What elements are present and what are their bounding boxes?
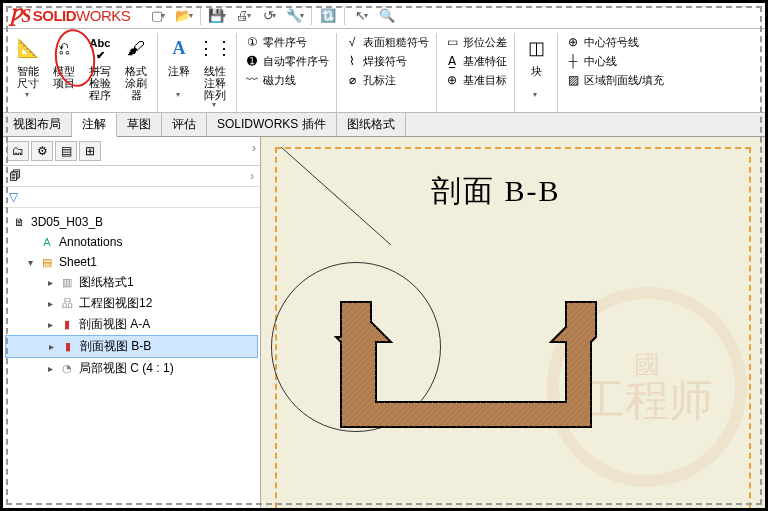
leader-line — [281, 147, 401, 247]
balloon-icon: ① — [244, 34, 260, 50]
sheet-format1-icon: ▥ — [59, 275, 75, 291]
new-icon[interactable]: ▢▾ — [148, 6, 168, 26]
config-tab[interactable]: ▤ — [55, 141, 77, 161]
section-title: 剖面 B-B — [431, 171, 561, 212]
centerline-button[interactable]: ┼中心线 — [562, 52, 667, 70]
weld-icon: ⌇ — [344, 53, 360, 69]
drawing-canvas[interactable]: 剖面 B-B 國工程师 — [261, 137, 765, 511]
section-view-b-b-icon: ▮ — [60, 339, 76, 355]
tree-item-sheet1[interactable]: ▾▤Sheet1 — [5, 252, 258, 272]
model-items-button[interactable]: ⎌ 模型项目 — [47, 33, 81, 93]
pattern-icon: ⋮⋮ — [201, 35, 229, 63]
expand-icon[interactable]: ▸ — [45, 363, 55, 374]
hole-callout-button[interactable]: ⌀孔标注 — [341, 71, 432, 89]
dim-tab[interactable]: ⊞ — [79, 141, 101, 161]
auto-balloon-icon: ➊ — [244, 53, 260, 69]
tree-item-section-view-a-a[interactable]: ▸▮剖面视图 A-A — [5, 314, 258, 335]
hatch-icon: ▨ — [565, 72, 581, 88]
balloon-button[interactable]: ①零件序号 — [241, 33, 332, 51]
geometric-tolerance-button[interactable]: ▭形位公差 — [441, 33, 510, 51]
expand-icon[interactable]: ▾ — [25, 257, 35, 268]
app-logo: ǷS SOLIDWORKS — [9, 5, 130, 27]
tree-item-label: 剖面视图 B-B — [80, 338, 151, 355]
tab-view-layout[interactable]: 视图布局 — [3, 113, 72, 136]
doc-icon: 🗐 — [9, 169, 21, 183]
save-icon[interactable]: 💾▾ — [207, 6, 227, 26]
options-icon[interactable]: 🔧▾ — [285, 6, 305, 26]
note-icon: A — [165, 35, 193, 63]
smart-dimension-button[interactable]: 📐 智能尺寸▾ — [11, 33, 45, 102]
dimension-icon: 📐 — [14, 35, 42, 63]
chevron-right-icon[interactable]: › — [250, 169, 254, 183]
expand-icon[interactable]: ▸ — [45, 298, 55, 309]
select-icon[interactable]: ↖▾ — [351, 6, 371, 26]
weld-symbol-button[interactable]: ⌇焊接符号 — [341, 52, 432, 70]
note-button[interactable]: A 注释▾ — [162, 33, 196, 102]
panel-chevron-icon[interactable]: › — [252, 141, 256, 161]
quick-access-toolbar: ▢▾ 📂▾ 💾▾ 🖨▾ ↺▾ 🔧▾ 🔃 ↖▾ 🔍 — [148, 6, 397, 26]
tree-item-label: 局部视图 C (4 : 1) — [79, 360, 174, 377]
feature-tree-tab[interactable]: 🗂 — [7, 141, 29, 161]
annotations-icon: A — [39, 234, 55, 250]
model-items-icon: ⎌ — [50, 35, 78, 63]
hole-icon: ⌀ — [344, 72, 360, 88]
open-icon[interactable]: 📂▾ — [174, 6, 194, 26]
blocks-button[interactable]: ◫ 块▾ — [519, 33, 553, 102]
center-mark-button[interactable]: ⊕中心符号线 — [562, 33, 667, 51]
gtol-icon: ▭ — [444, 34, 460, 50]
center-mark-icon: ⊕ — [565, 34, 581, 50]
filter-row[interactable]: ▽ — [3, 187, 260, 208]
tree-item-label: 剖面视图 A-A — [79, 316, 150, 333]
datum-feature-button[interactable]: A̲基准特征 — [441, 52, 510, 70]
detail-view-c-icon: ◔ — [59, 361, 75, 377]
tab-sketch[interactable]: 草图 — [117, 113, 162, 136]
brush-icon: 🖌 — [122, 35, 150, 63]
auto-balloon-button[interactable]: ➊自动零件序号 — [241, 52, 332, 70]
tree-item-label: 工程图视图12 — [79, 295, 152, 312]
expand-icon[interactable]: ▸ — [45, 319, 55, 330]
panel-search-row: 🗐 › — [3, 166, 260, 187]
title-bar: ǷS SOLIDWORKS ▢▾ 📂▾ 💾▾ 🖨▾ ↺▾ 🔧▾ 🔃 ↖▾ 🔍 — [3, 3, 765, 29]
surface-finish-button[interactable]: √表面粗糙符号 — [341, 33, 432, 51]
funnel-icon: ▽ — [9, 190, 18, 204]
linear-note-pattern-button[interactable]: ⋮⋮ 线性注释阵列▾ — [198, 33, 232, 112]
tab-sheet-format[interactable]: 图纸格式 — [337, 113, 406, 136]
format-painter-button[interactable]: 🖌 格式涂刷器 — [119, 33, 153, 103]
property-tab[interactable]: ⚙ — [31, 141, 53, 161]
tree-item-section-view-b-b[interactable]: ▸▮剖面视图 B-B — [5, 335, 258, 358]
datum-icon: A̲ — [444, 53, 460, 69]
feature-manager-panel: 🗂 ⚙ ▤ ⊞ › 🗐 › ▽ 🗎 3D05_H03_B AAnnotation… — [3, 137, 261, 511]
pan-icon[interactable]: 🔍 — [377, 6, 397, 26]
drawing-icon: 🗎 — [11, 214, 27, 230]
tree-item-drawing-view12[interactable]: ▸品工程图视图12 — [5, 293, 258, 314]
magnetic-line-button[interactable]: 〰磁力线 — [241, 71, 332, 89]
ribbon: 📐 智能尺寸▾ ⎌ 模型项目 Abc✔ 拼写检验程序 🖌 格式涂刷器 A 注释▾… — [3, 29, 765, 113]
centerline-icon: ┼ — [565, 53, 581, 69]
undo-icon[interactable]: ↺▾ — [259, 6, 279, 26]
panel-tab-strip: 🗂 ⚙ ▤ ⊞ › — [3, 137, 260, 166]
print-icon[interactable]: 🖨▾ — [233, 6, 253, 26]
expand-icon[interactable]: ▸ — [46, 341, 56, 352]
command-tabs: 视图布局注解草图评估SOLIDWORKS 插件图纸格式 — [3, 113, 765, 137]
tab-annotate[interactable]: 注解 — [72, 113, 117, 137]
datum-target-button[interactable]: ⊕基准目标 — [441, 71, 510, 89]
tree-item-annotations[interactable]: AAnnotations — [5, 232, 258, 252]
section-view-shape — [321, 292, 661, 492]
expand-icon[interactable]: ▸ — [45, 277, 55, 288]
rebuild-icon[interactable]: 🔃 — [318, 6, 338, 26]
tree-item-sheet-format1[interactable]: ▸▥图纸格式1 — [5, 272, 258, 293]
surface-icon: √ — [344, 34, 360, 50]
tab-evaluate[interactable]: 评估 — [162, 113, 207, 136]
feature-tree: 🗎 3D05_H03_B AAnnotations▾▤Sheet1▸▥图纸格式1… — [3, 208, 260, 383]
block-icon: ◫ — [522, 35, 550, 63]
magnet-icon: 〰 — [244, 72, 260, 88]
area-hatch-button[interactable]: ▨区域剖面线/填充 — [562, 71, 667, 89]
tree-item-label: Annotations — [59, 235, 122, 249]
tree-root[interactable]: 🗎 3D05_H03_B — [5, 212, 258, 232]
spell-check-button[interactable]: Abc✔ 拼写检验程序 — [83, 33, 117, 103]
svg-line-0 — [281, 147, 391, 245]
tab-sw-addins[interactable]: SOLIDWORKS 插件 — [207, 113, 337, 136]
tree-item-detail-view-c[interactable]: ▸◔局部视图 C (4 : 1) — [5, 358, 258, 379]
target-icon: ⊕ — [444, 72, 460, 88]
sheet1-icon: ▤ — [39, 254, 55, 270]
